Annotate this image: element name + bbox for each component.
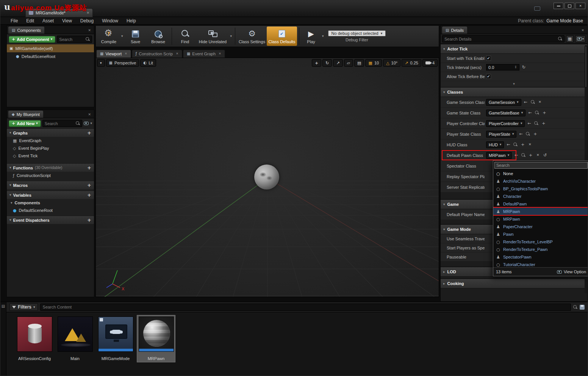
tab-construction-script[interactable]: Construction Scrip <box>132 50 182 58</box>
coordinate-space-button[interactable] <box>344 59 353 67</box>
clear-icon[interactable] <box>527 143 533 146</box>
menu-asset[interactable]: Asset <box>38 18 58 24</box>
functions-section-header[interactable]: Functions (30 Overridable) <box>7 163 94 172</box>
eventgraph-row[interactable]: EventGraph <box>7 137 94 144</box>
class-settings-button[interactable]: Class Settings <box>237 27 267 46</box>
components-search-input[interactable] <box>59 37 84 42</box>
camera-speed-button[interactable]: 4 <box>422 59 438 67</box>
section-cooking[interactable]: Cooking <box>441 279 587 288</box>
new-asset-icon[interactable] <box>532 132 538 136</box>
content-search-input[interactable] <box>43 305 568 309</box>
save-button[interactable]: Save <box>124 27 147 46</box>
new-asset-icon[interactable] <box>541 111 547 115</box>
details-panel-close-icon[interactable] <box>580 29 586 34</box>
rotation-snap-button[interactable]: 10° <box>383 59 400 67</box>
add-graph-icon[interactable] <box>87 130 91 135</box>
add-component-button[interactable]: Add Component <box>9 36 55 43</box>
my-blueprint-search-input[interactable] <box>45 121 75 126</box>
browse-to-icon[interactable] <box>533 121 539 125</box>
add-function-icon[interactable] <box>87 165 91 170</box>
tab-event-graph[interactable]: Event Graph <box>183 50 225 58</box>
class-option-bp-graphicstoolspawn[interactable]: BP_GraphicsToolsPawn <box>493 185 588 193</box>
class-option-mrpawn-bp[interactable]: MRPawn <box>493 215 588 223</box>
filters-button[interactable]: Filters <box>9 303 38 311</box>
sources-panel-icon[interactable] <box>2 304 5 376</box>
default-pawn-class-dropdown[interactable]: MRPawn <box>486 152 512 159</box>
play-options-caret-icon[interactable] <box>321 34 325 38</box>
new-asset-icon[interactable] <box>541 121 546 125</box>
variables-section-header[interactable]: Variables <box>7 191 94 199</box>
class-picker-search-input[interactable] <box>496 163 586 168</box>
event-tick-row[interactable]: Event Tick <box>7 152 94 160</box>
grid-snap-button[interactable]: 10 <box>365 59 382 67</box>
pawn-preview-sphere[interactable] <box>254 164 279 190</box>
menu-edit[interactable]: Edit <box>22 18 38 24</box>
browse-to-icon[interactable] <box>530 100 536 104</box>
component-row-mrgamemode-self[interactable]: ▣ MRGameMode(self) <box>7 44 94 52</box>
menu-help[interactable]: Help <box>122 18 140 24</box>
search-icon[interactable] <box>573 305 577 309</box>
rotate-tool-button[interactable] <box>322 59 332 67</box>
class-option-mrpawn-selected[interactable]: MRPawn <box>493 208 588 215</box>
menu-window[interactable]: Window <box>98 18 122 24</box>
tab-close-icon[interactable] <box>125 52 127 55</box>
play-button[interactable]: Play <box>301 27 321 46</box>
find-button[interactable]: Find <box>174 27 197 46</box>
lit-mode-button[interactable]: Lit <box>140 59 156 67</box>
class-option-pawn[interactable]: Pawn <box>493 230 588 238</box>
reset-to-default-icon[interactable] <box>542 153 548 157</box>
save-search-icon[interactable] <box>580 305 585 310</box>
use-selected-icon[interactable] <box>518 132 524 136</box>
section-classes[interactable]: Classes <box>441 87 587 97</box>
my-blueprint-search[interactable] <box>42 120 83 127</box>
perspective-button[interactable]: Perspective <box>106 59 139 67</box>
components-search[interactable] <box>57 36 92 43</box>
scale-tool-button[interactable] <box>333 59 342 67</box>
component-row-defaultsceneroot[interactable]: DefaultSceneRoot <box>7 52 94 60</box>
tick-interval-input[interactable]: 0.0 <box>486 64 519 70</box>
browse-to-icon[interactable] <box>534 111 540 115</box>
class-picker-search[interactable] <box>494 162 588 169</box>
scrollbar-thumb[interactable] <box>585 46 587 88</box>
asset-mrpawn[interactable]: MRPawn <box>137 315 175 362</box>
details-search-input[interactable] <box>444 37 557 41</box>
macros-section-header[interactable]: Macros <box>7 181 94 189</box>
variable-defaultsceneroot-row[interactable]: DefaultSceneRoot <box>7 207 94 214</box>
clear-icon[interactable] <box>535 154 541 157</box>
browse-button[interactable]: Browse <box>147 27 170 46</box>
class-option-tutorialcharacter[interactable]: TutorialCharacter <box>493 261 588 267</box>
surface-snap-button[interactable] <box>354 59 364 67</box>
hud-class-dropdown[interactable]: HUD <box>486 141 504 148</box>
menu-view[interactable]: View <box>58 18 76 24</box>
add-dispatcher-icon[interactable] <box>87 218 91 222</box>
use-selected-icon[interactable] <box>527 111 533 115</box>
tab-viewport[interactable]: Viewport <box>96 50 131 58</box>
menu-debug[interactable]: Debug <box>76 18 98 24</box>
property-matrix-button[interactable] <box>566 35 574 42</box>
viewport-options-button[interactable] <box>97 59 105 67</box>
construction-script-row[interactable]: ConstructionScript <box>7 172 94 179</box>
menu-file[interactable]: File <box>6 18 22 24</box>
tab-my-blueprint[interactable]: My Blueprint <box>8 111 43 118</box>
details-search[interactable] <box>442 35 565 42</box>
hide-unrelated-options-caret-icon[interactable] <box>229 34 233 38</box>
tab-close-icon[interactable] <box>176 52 178 55</box>
compile-options-caret-icon[interactable] <box>120 34 124 38</box>
game-state-class-dropdown[interactable]: GameStateBase <box>486 110 525 116</box>
use-selected-icon[interactable] <box>513 153 519 157</box>
view-options-button[interactable]: View Option <box>557 269 586 274</box>
new-asset-icon[interactable] <box>528 153 533 157</box>
class-option-none[interactable]: None <box>493 170 588 177</box>
hide-unrelated-button[interactable]: Hide Unrelated <box>197 27 229 46</box>
class-defaults-button[interactable]: Class Defaults <box>267 27 297 46</box>
components-panel-close-icon[interactable] <box>86 29 92 34</box>
add-variable-icon[interactable] <box>87 193 91 197</box>
scale-snap-button[interactable]: 0.25 <box>402 59 421 67</box>
class-option-spectatorpawn[interactable]: SpectatorPawn <box>493 253 588 261</box>
add-new-button[interactable]: Add New <box>9 120 41 127</box>
use-selected-icon[interactable] <box>505 143 511 147</box>
browse-to-icon[interactable] <box>513 143 518 147</box>
player-controller-class-dropdown[interactable]: PlayerController <box>486 120 525 127</box>
class-option-rendertotexture-pawn[interactable]: RenderToTexture_Pawn <box>493 246 588 253</box>
multi-value-icon[interactable] <box>521 65 527 69</box>
